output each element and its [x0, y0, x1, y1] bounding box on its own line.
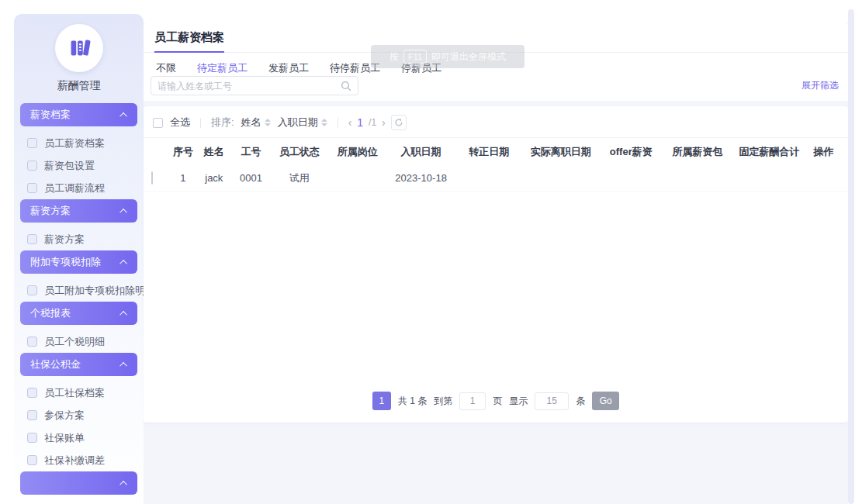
- chevron-up-icon: [119, 310, 127, 318]
- sidebar-section-clipped[interactable]: [20, 471, 137, 495]
- sort-label: 排序:: [211, 116, 234, 129]
- expand-filter-link[interactable]: 展开筛选: [801, 79, 839, 92]
- deduction-detail-icon: [27, 285, 37, 295]
- sidebar-section-salary-plan[interactable]: 薪资方案: [20, 199, 137, 223]
- col-code[interactable]: 工号: [231, 145, 271, 159]
- col-action[interactable]: 操作: [807, 145, 840, 159]
- col-leave-date[interactable]: 实际离职日期: [523, 145, 598, 159]
- select-all-checkbox[interactable]: [153, 118, 163, 128]
- chevron-up-icon: [119, 112, 127, 119]
- size-unit-label: 条: [576, 395, 585, 408]
- col-package[interactable]: 所属薪资包: [663, 145, 732, 159]
- pagination-bar: 1 共 1 条 到第 页 显示 条 Go: [144, 392, 848, 423]
- divider: [200, 118, 201, 128]
- sidebar-item-salary-adjust-flow[interactable]: 员工调薪流程: [20, 177, 137, 199]
- sidebar-menu: 薪资档案 员工薪资档案 薪资包设置 员工调薪流程 薪资方案: [14, 103, 144, 495]
- sidebar-item-social-security-archive[interactable]: 员工社保档案: [20, 381, 137, 404]
- books-icon: [66, 35, 92, 61]
- menu-item-label: 薪资包设置: [44, 159, 95, 173]
- menu-item-label: 员工附加专项税扣除明细: [44, 284, 144, 298]
- sort-by-name[interactable]: 姓名: [241, 116, 271, 129]
- toast-text: 即可退出全屏模式: [431, 50, 506, 64]
- chevron-up-icon: [119, 208, 127, 216]
- menu-item-label: 员工社保档案: [44, 386, 105, 400]
- col-fixed-total[interactable]: 固定薪酬合计: [732, 145, 807, 159]
- sidebar-item-social-security-adjust[interactable]: 社保补缴调差: [20, 449, 137, 471]
- sidebar-section-salary-archive[interactable]: 薪资档案: [20, 103, 137, 126]
- header-panel: 员工薪资档案 不限 待定薪员工 发薪员工 待停薪员工 停薪员工 展开筛选: [144, 23, 848, 101]
- sidebar-item-insurance-plan[interactable]: 参保方案: [20, 404, 137, 426]
- adjust-flow-icon: [27, 183, 37, 193]
- search-icon[interactable]: [341, 81, 351, 91]
- search-row: 展开筛选: [144, 73, 848, 95]
- tax-detail-icon: [27, 337, 37, 347]
- menu-item-label: 参保方案: [44, 409, 85, 423]
- sort-by-hire-date[interactable]: 入职日期: [278, 116, 327, 129]
- row-checkbox[interactable]: [151, 171, 153, 185]
- table-row[interactable]: 1 jack 0001 试用 2023-10-18: [144, 165, 848, 192]
- main-content: 员工薪资档案 不限 待定薪员工 发薪员工 待停薪员工 停薪员工 展开筛选: [144, 23, 848, 504]
- section-label: 薪资档案: [30, 108, 71, 122]
- table-header-row: 序号 姓名 工号 员工状态 所属岗位 入职日期 转正日期 实际离职日期 offe…: [144, 137, 848, 165]
- menu-item-label: 员工调薪流程: [44, 181, 105, 195]
- chevron-up-icon: [119, 259, 127, 267]
- col-position[interactable]: 所属岗位: [328, 145, 387, 159]
- social-archive-icon: [27, 388, 37, 398]
- sidebar: 薪酬管理 薪资档案 员工薪资档案 薪资包设置 员工调薪流程 薪资方案: [14, 14, 144, 504]
- prev-page-arrow[interactable]: ‹: [348, 116, 352, 129]
- toast-text: 按: [389, 50, 399, 64]
- chevron-up-icon: [119, 361, 127, 369]
- menu-item-label: 社保账单: [44, 431, 85, 445]
- table-empty-space: [144, 192, 848, 392]
- sidebar-item-employee-salary-archive[interactable]: 员工薪资档案: [20, 132, 137, 154]
- sidebar-item-employee-tax-detail[interactable]: 员工个税明细: [20, 330, 137, 353]
- page-size-input[interactable]: [535, 392, 569, 410]
- search-box[interactable]: [151, 76, 358, 95]
- search-input[interactable]: [158, 81, 341, 91]
- goto-unit-label: 页: [493, 395, 502, 408]
- menu-item-label: 薪资方案: [44, 233, 85, 247]
- salary-plan-icon: [27, 234, 37, 244]
- sidebar-section-special-tax-deduction[interactable]: 附加专项税扣除: [20, 250, 137, 274]
- sidebar-section-tax-report[interactable]: 个税报表: [20, 302, 137, 325]
- chevron-up-icon: [119, 480, 127, 488]
- col-regular-date[interactable]: 转正日期: [455, 145, 523, 159]
- col-offer-salary[interactable]: offer薪资: [598, 145, 663, 159]
- col-status[interactable]: 员工状态: [271, 145, 328, 159]
- col-name[interactable]: 姓名: [196, 145, 231, 159]
- cell-seq: 1: [169, 172, 196, 184]
- toolbar-pager: ‹ 1 /1 ›: [348, 115, 407, 130]
- page-1-button[interactable]: 1: [372, 392, 391, 410]
- total-pages: /1: [369, 117, 376, 128]
- sort-carets-icon: [321, 119, 327, 126]
- refresh-button[interactable]: [391, 115, 407, 130]
- sidebar-item-special-tax-deduction-detail[interactable]: 员工附加专项税扣除明细: [20, 279, 137, 302]
- sidebar-item-salary-package-setting[interactable]: 薪资包设置: [20, 154, 137, 177]
- col-seq[interactable]: 序号: [169, 145, 196, 159]
- table-toolbar: 全选 排序: 姓名 入职日期 ‹ 1 /1 ›: [144, 106, 848, 137]
- page-scrollbar[interactable]: [848, 9, 854, 504]
- goto-prefix-label: 到第: [434, 395, 452, 408]
- sort-field-label: 姓名: [241, 116, 261, 129]
- menu-item-label: 员工个税明细: [44, 335, 105, 349]
- sidebar-item-social-security-bill[interactable]: 社保账单: [20, 426, 137, 449]
- menu-item-label: 员工薪资档案: [44, 136, 105, 150]
- row-checkbox-cell: [151, 172, 169, 184]
- cell-name: jack: [196, 172, 231, 184]
- table-panel: 全选 排序: 姓名 入职日期 ‹ 1 /1 ›: [144, 106, 848, 423]
- go-button[interactable]: Go: [592, 392, 619, 410]
- next-page-arrow[interactable]: ›: [382, 116, 386, 129]
- bill-icon: [27, 433, 37, 443]
- app-logo: [55, 24, 103, 72]
- col-hire-date[interactable]: 入职日期: [387, 145, 455, 159]
- sort-carets-icon: [265, 119, 271, 126]
- cell-hire-date: 2023-10-18: [387, 172, 455, 184]
- f11-keycap: F11: [403, 50, 427, 64]
- adjust-diff-icon: [27, 455, 37, 465]
- cell-code: 0001: [231, 172, 271, 184]
- goto-page-input[interactable]: [459, 392, 486, 410]
- sidebar-item-salary-plan[interactable]: 薪资方案: [20, 228, 137, 250]
- sidebar-section-social-security[interactable]: 社保公积金: [20, 353, 137, 376]
- employee-archive-icon: [27, 138, 37, 148]
- refresh-icon: [394, 118, 403, 127]
